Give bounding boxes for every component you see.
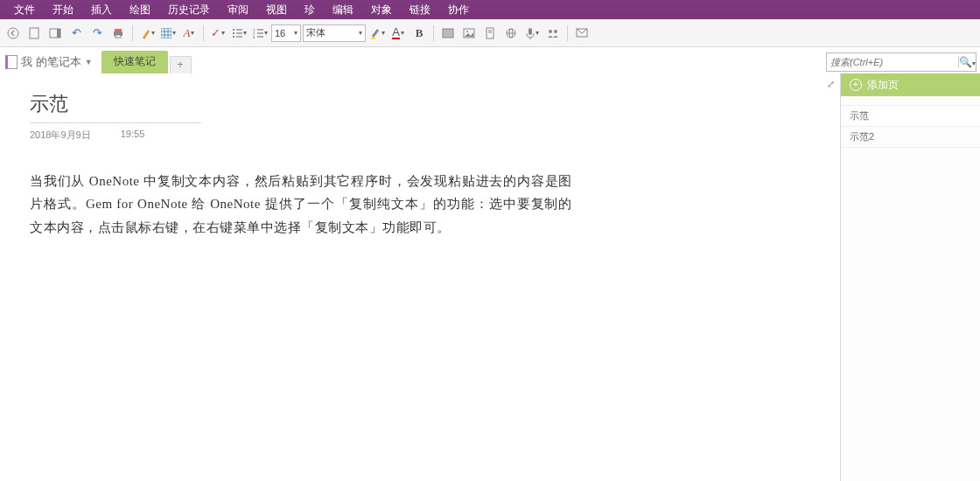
main: ⤢ 示范 2018年9月9日 19:55 当我们从 OneNote 中复制文本内… — [0, 73, 980, 481]
format-painter-button[interactable]: ▾ — [137, 24, 157, 43]
page-icon[interactable] — [24, 24, 44, 43]
font-name-select[interactable]: 宋体▾ — [303, 24, 366, 42]
page-canvas[interactable]: ⤢ 示范 2018年9月9日 19:55 当我们从 OneNote 中复制文本内… — [0, 73, 840, 481]
svg-rect-34 — [528, 28, 532, 35]
screen-clip-button[interactable] — [438, 24, 458, 43]
fullscreen-icon[interactable]: ⤢ — [827, 79, 835, 90]
svg-rect-3 — [57, 29, 60, 38]
audio-button[interactable]: ▾ — [522, 24, 542, 43]
search-box[interactable]: 🔍▾ — [826, 52, 976, 72]
bullet-list-button[interactable]: ▾ — [229, 24, 248, 43]
menu-object[interactable]: 对象 — [362, 0, 401, 19]
notebook-label: 我 的笔记本 — [21, 54, 81, 70]
page-list-panel: + 添加页 示范 示范2 — [840, 73, 980, 481]
menubar: 文件 开始 插入 绘图 历史记录 审阅 视图 珍 编辑 对象 链接 协作 — [0, 0, 980, 19]
page-title[interactable]: 示范 — [30, 91, 840, 117]
menu-edit[interactable]: 编辑 — [324, 0, 362, 19]
svg-point-16 — [233, 36, 234, 38]
back-button[interactable] — [4, 24, 23, 43]
plus-icon: + — [850, 79, 862, 91]
svg-point-27 — [466, 31, 468, 32]
menu-draw[interactable]: 绘图 — [121, 0, 159, 19]
add-page-button[interactable]: + 添加页 — [841, 73, 980, 96]
menu-gem[interactable]: 珍 — [296, 0, 324, 19]
svg-rect-7 — [161, 28, 172, 38]
page-body[interactable]: 当我们从 OneNote 中复制文本内容，然后粘贴到其它程序时，会发现粘贴进去的… — [30, 170, 572, 239]
tab-add[interactable]: + — [170, 56, 192, 73]
font-name-value: 宋体 — [306, 26, 326, 39]
add-page-label: 添加页 — [867, 78, 899, 93]
chevron-down-icon: ▼ — [85, 58, 93, 66]
page-list: 示范 示范2 — [841, 105, 980, 148]
highlight-button[interactable]: ▾ — [368, 24, 387, 43]
page-item-2[interactable]: 示范2 — [841, 127, 980, 148]
font-color-button[interactable]: A▾ — [388, 24, 408, 43]
page-date: 2018年9月9日 — [30, 129, 91, 142]
menu-history[interactable]: 历史记录 — [159, 0, 219, 19]
svg-point-0 — [8, 28, 18, 38]
menu-link[interactable]: 链接 — [401, 0, 439, 19]
tab-quicknotes[interactable]: 快速笔记 — [102, 51, 168, 73]
link-button[interactable] — [501, 24, 521, 43]
font-size-value: 16 — [275, 28, 285, 38]
svg-rect-28 — [486, 28, 494, 38]
menu-file[interactable]: 文件 — [5, 0, 44, 19]
toolbar: ↶ ↷ ▾ ▾ A▾ ✓▾ ▾ 123▾ 16▾ 宋体▾ ▾ A▾ B ▾ — [0, 19, 980, 47]
search-icon[interactable]: 🔍▾ — [958, 56, 976, 68]
svg-point-37 — [554, 30, 557, 33]
page-item-1[interactable]: 示范 — [841, 105, 980, 127]
picture-button[interactable] — [459, 24, 479, 43]
redo-button[interactable]: ↷ — [88, 24, 107, 43]
print-button[interactable] — [108, 24, 128, 43]
svg-rect-6 — [116, 35, 121, 38]
font-size-select[interactable]: 16▾ — [271, 24, 301, 42]
menu-insert[interactable]: 插入 — [82, 0, 121, 19]
svg-rect-25 — [443, 29, 453, 38]
title-underline — [30, 122, 201, 123]
svg-point-14 — [233, 32, 234, 34]
font-style-button[interactable]: A▾ — [179, 24, 199, 43]
undo-button[interactable]: ↶ — [66, 24, 86, 43]
dock-icon[interactable] — [46, 24, 65, 43]
page-time: 19:55 — [121, 129, 145, 142]
tag-button[interactable]: ✓▾ — [208, 24, 228, 43]
number-list-button[interactable]: 123▾ — [250, 24, 270, 43]
search-input[interactable] — [830, 57, 958, 67]
email-button[interactable] — [572, 24, 592, 43]
bold-button[interactable]: B — [410, 24, 429, 43]
table-button[interactable]: ▾ — [158, 24, 178, 43]
svg-point-36 — [549, 30, 552, 33]
svg-text:3: 3 — [253, 35, 256, 38]
section-tabs: 快速笔记 + — [102, 47, 192, 73]
menu-home[interactable]: 开始 — [44, 0, 82, 19]
menu-review[interactable]: 审阅 — [219, 0, 257, 19]
subbar: 我 的笔记本 ▼ 快速笔记 + 🔍▾ — [0, 47, 980, 73]
svg-point-12 — [233, 29, 234, 31]
svg-rect-1 — [30, 28, 38, 38]
menu-collab[interactable]: 协作 — [439, 0, 478, 19]
menu-view[interactable]: 视图 — [257, 0, 296, 19]
svg-rect-4 — [115, 29, 122, 31]
file-attach-button[interactable] — [480, 24, 500, 43]
svg-rect-24 — [371, 38, 375, 39]
meeting-button[interactable] — [543, 24, 563, 43]
notebook-icon — [5, 55, 18, 69]
notebook-selector[interactable]: 我 的笔记本 ▼ — [0, 54, 98, 73]
